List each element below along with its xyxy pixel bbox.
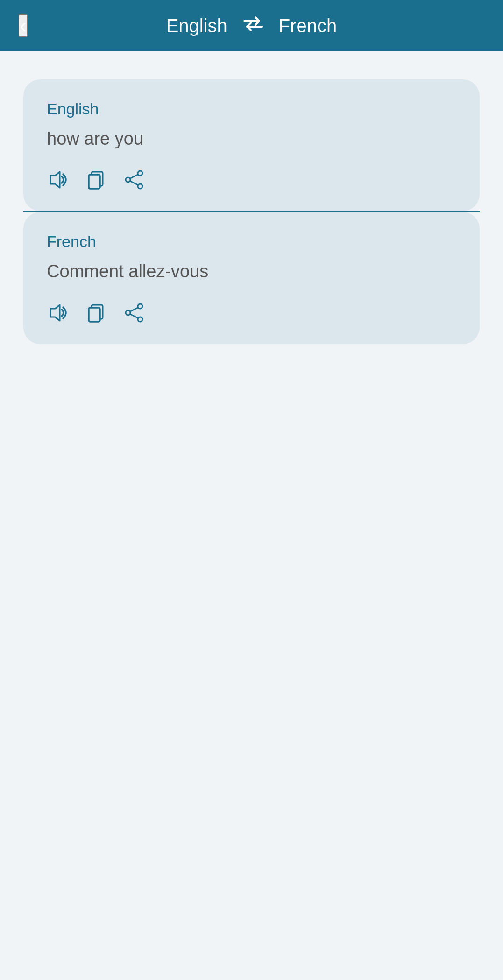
source-card-actions (47, 169, 456, 190)
target-copy-button[interactable] (85, 302, 106, 324)
copy-icon (85, 169, 106, 190)
source-copy-button[interactable] (85, 169, 106, 190)
svg-point-5 (138, 184, 142, 189)
speaker-icon (47, 169, 68, 190)
svg-point-13 (138, 304, 142, 309)
target-card-text: Comment allez-vous (47, 260, 456, 283)
target-share-button[interactable] (123, 302, 145, 324)
swap-languages-icon[interactable] (241, 14, 265, 37)
target-translation-card: French Comment allez-vous (23, 212, 480, 344)
svg-rect-11 (89, 308, 100, 322)
target-card-actions (47, 302, 456, 324)
svg-line-17 (130, 314, 138, 318)
copy-icon (85, 302, 106, 324)
share-icon (123, 302, 145, 324)
svg-line-16 (130, 308, 138, 311)
svg-point-15 (126, 310, 130, 315)
main-content: English how are you (0, 51, 503, 344)
share-icon (123, 169, 145, 190)
language-selector: English French (166, 14, 337, 37)
svg-marker-9 (50, 305, 60, 321)
svg-rect-2 (89, 175, 100, 189)
svg-point-4 (138, 171, 142, 176)
source-translation-card: English how are you (23, 79, 480, 211)
svg-point-6 (126, 177, 130, 182)
source-card-text: how are you (47, 127, 456, 150)
back-button[interactable]: ‹ (19, 14, 28, 37)
target-speak-button[interactable] (47, 302, 68, 324)
source-speak-button[interactable] (47, 169, 68, 190)
target-card-language: French (47, 233, 456, 251)
svg-point-14 (138, 317, 142, 322)
target-language-label[interactable]: French (279, 15, 337, 36)
svg-marker-0 (50, 172, 60, 188)
svg-line-7 (130, 175, 138, 178)
svg-line-8 (130, 181, 138, 185)
source-language-label[interactable]: English (166, 15, 227, 36)
source-card-language: English (47, 100, 456, 118)
speaker-icon (47, 302, 68, 324)
app-header: ‹ English French (0, 0, 503, 51)
source-share-button[interactable] (123, 169, 145, 190)
